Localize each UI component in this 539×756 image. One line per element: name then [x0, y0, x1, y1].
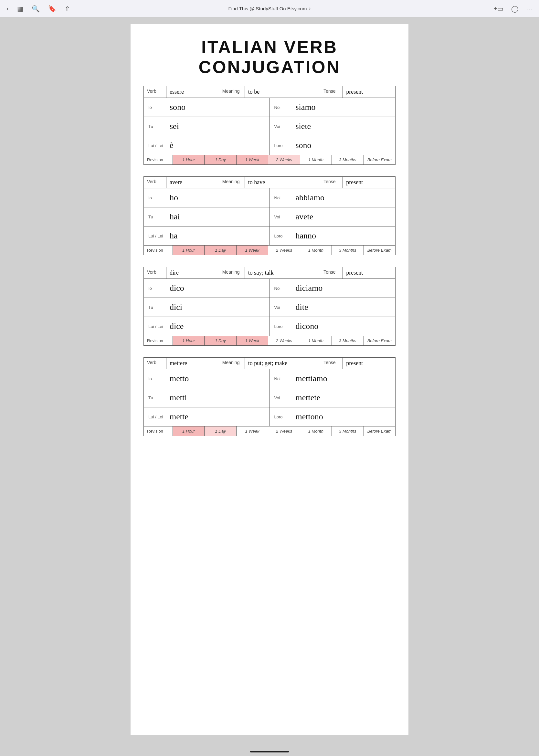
verb-header-essere: Verb essere Meaning to be Tense present [143, 86, 396, 98]
revision-cell[interactable]: Before Exam [364, 155, 395, 165]
revision-cell[interactable]: 1 Week [237, 155, 268, 165]
conjugated-right: mettete [296, 393, 321, 403]
revision-label: Revision [144, 155, 173, 165]
revision-cell[interactable]: Before Exam [364, 246, 395, 255]
pronoun-right: Voi [274, 396, 291, 400]
conjugated-right: mettono [296, 412, 323, 421]
conjugated-right: abbiamo [296, 193, 325, 202]
conjugated-left: hai [170, 212, 180, 222]
pronoun-right: Voi [274, 124, 291, 129]
revision-cell[interactable]: 3 Months [332, 155, 363, 165]
pronoun-left: Io [148, 376, 165, 381]
pronoun-left: Io [148, 286, 165, 291]
revision-cell[interactable]: 1 Day [204, 426, 236, 436]
tense-label: Tense [320, 177, 343, 188]
conj-grid-mettere: Io metto Noi mettiamo Tu metti Voi mette… [143, 369, 396, 426]
revision-cell[interactable]: 1 Day [204, 336, 236, 345]
add-button[interactable]: +▭ [492, 4, 505, 13]
conj-grid-dire: Io dico Noi diciamo Tu dici Voi dite Lui… [143, 279, 396, 336]
meaning-value: to be [245, 86, 321, 98]
revision-cell[interactable]: 2 Weeks [268, 246, 300, 255]
verb-block-avere: Verb avere Meaning to have Tense present… [143, 177, 396, 255]
revision-cell[interactable]: 1 Month [300, 336, 332, 345]
tense-value: present [343, 267, 395, 278]
revision-row-mettere: Revision1 Hour1 Day1 Week2 Weeks1 Month3… [143, 426, 396, 436]
conj-grid-avere: Io ho Noi abbiamo Tu hai Voi avete Lui /… [143, 189, 396, 246]
conj-cell-left: Tu hai [144, 207, 270, 226]
pronoun-left: Tu [148, 396, 165, 400]
revision-cell[interactable]: 1 Month [300, 246, 332, 255]
pronoun-right: Noi [274, 105, 291, 110]
toolbar-left: ‹ ▦ 🔍 🔖 ⇧ [5, 4, 71, 13]
pronoun-right: Noi [274, 286, 291, 291]
conj-row: Lui / Lei è Loro sono [144, 136, 395, 155]
revision-cell[interactable]: 2 Weeks [268, 336, 300, 345]
conj-cell-right: Loro dicono [270, 317, 396, 336]
revision-cell[interactable]: 3 Months [332, 336, 363, 345]
verb-label: Verb [144, 267, 166, 278]
pronoun-right: Noi [274, 376, 291, 381]
toolbar-title: Find This @ StudyStuff On Etsy.com [228, 6, 307, 11]
revision-cell[interactable]: 1 Hour [173, 426, 204, 436]
conjugated-right: mettiamo [296, 374, 327, 384]
revision-cell[interactable]: 1 Day [204, 246, 236, 255]
conj-grid-essere: Io sono Noi siamo Tu sei Voi siete Lui /… [143, 98, 396, 155]
conjugated-left: è [170, 140, 174, 150]
verb-value: essere [166, 86, 219, 98]
verb-value: dire [166, 267, 219, 278]
revision-cell[interactable]: 1 Week [237, 426, 268, 436]
conjugated-right: siamo [296, 103, 316, 112]
pronoun-left: Lui / Lei [148, 415, 165, 419]
revision-cell[interactable]: 3 Months [332, 246, 363, 255]
revision-cell[interactable]: 1 Hour [173, 336, 204, 345]
share-button[interactable]: ⇧ [63, 4, 71, 13]
more-button[interactable]: ⋯ [525, 4, 534, 13]
conj-row: Io dico Noi diciamo [144, 279, 395, 298]
revision-cell[interactable]: 3 Months [332, 426, 363, 436]
conjugated-left: dice [170, 322, 184, 331]
revision-cell[interactable]: 1 Week [237, 336, 268, 345]
conjugated-left: dico [170, 283, 184, 293]
revision-cell[interactable]: 1 Hour [173, 155, 204, 165]
tense-value: present [343, 358, 395, 369]
conj-cell-right: Voi dite [270, 298, 396, 317]
revision-cell[interactable]: Before Exam [364, 426, 395, 436]
conj-row: Tu sei Voi siete [144, 117, 395, 136]
revision-cell[interactable]: 1 Hour [173, 246, 204, 255]
search-button[interactable]: 🔍 [31, 4, 41, 13]
pronoun-left: Tu [148, 305, 165, 310]
pronoun-left: Lui / Lei [148, 234, 165, 238]
grid-view-button[interactable]: ▦ [16, 4, 25, 13]
conj-row: Lui / Lei ha Loro hanno [144, 226, 395, 245]
revision-cell[interactable]: 1 Month [300, 426, 332, 436]
revision-cell[interactable]: 2 Weeks [268, 426, 300, 436]
revision-cell[interactable]: 1 Week [237, 246, 268, 255]
conj-cell-left: Lui / Lei mette [144, 408, 270, 426]
bookmark-button[interactable]: 🔖 [47, 4, 57, 13]
timer-button[interactable]: ◯ [510, 4, 520, 13]
pronoun-right: Loro [274, 234, 291, 238]
conjugated-right: siete [296, 121, 311, 131]
revision-cell[interactable]: 1 Day [204, 155, 236, 165]
pronoun-left: Tu [148, 214, 165, 219]
pronoun-right: Voi [274, 305, 291, 310]
pronoun-right: Loro [274, 143, 291, 148]
conj-row: Lui / Lei mette Loro mettono [144, 408, 395, 426]
conj-row: Lui / Lei dice Loro dicono [144, 317, 395, 336]
conjugated-left: dici [170, 302, 182, 312]
verb-block-essere: Verb essere Meaning to be Tense present … [143, 86, 396, 165]
revision-cell[interactable]: 1 Month [300, 155, 332, 165]
verb-block-mettere: Verb mettere Meaning to put; get; make T… [143, 357, 396, 436]
toolbar-center: Find This @ StudyStuff On Etsy.com › [228, 5, 311, 12]
revision-cell[interactable]: 2 Weeks [268, 155, 300, 165]
conjugated-right: sono [296, 140, 312, 150]
conj-cell-right: Noi abbiamo [270, 189, 396, 207]
conj-cell-left: Tu dici [144, 298, 270, 317]
verb-label: Verb [144, 86, 166, 98]
conj-cell-right: Noi siamo [270, 98, 396, 116]
tense-label: Tense [320, 267, 343, 278]
back-button[interactable]: ‹ [5, 4, 10, 13]
conj-cell-left: Io metto [144, 369, 270, 388]
revision-cell[interactable]: Before Exam [364, 336, 395, 345]
tense-value: present [343, 177, 395, 188]
